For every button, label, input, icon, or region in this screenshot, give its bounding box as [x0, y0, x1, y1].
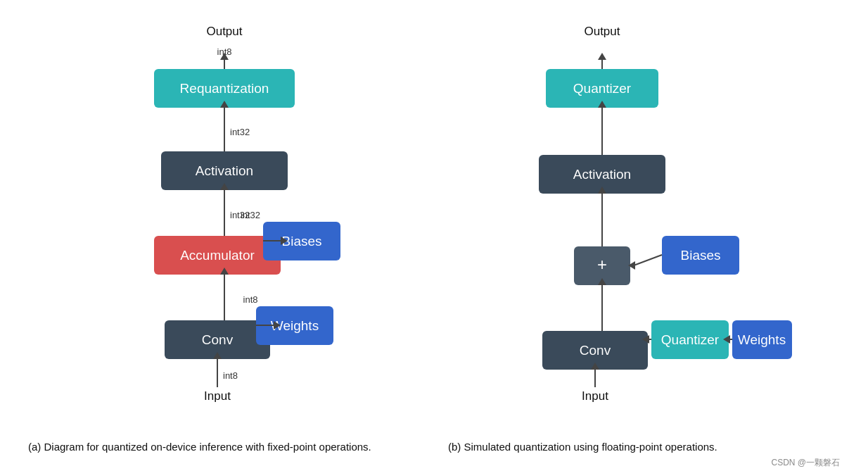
svg-text:Quantizer: Quantizer: [660, 332, 719, 347]
svg-text:Input: Input: [582, 389, 608, 403]
right-diagram: Output Quantizer Activation + Biases: [448, 14, 840, 429]
svg-text:Accumulator: Accumulator: [180, 248, 255, 263]
right-output-label: Output: [584, 25, 620, 38]
svg-text:int32: int32: [230, 127, 250, 137]
right-caption: (b) Simulated quantization using floatin…: [448, 439, 840, 456]
svg-text:Conv: Conv: [201, 332, 233, 347]
main-container: Output int8 Requantization int32 Activat…: [0, 0, 868, 437]
svg-text:Requantization: Requantization: [179, 81, 269, 96]
watermark: CSDN @一颗磐石: [448, 457, 840, 469]
svg-text:Activation: Activation: [573, 167, 630, 182]
svg-text:int8: int8: [243, 294, 257, 305]
svg-text:Biases: Biases: [281, 234, 321, 249]
svg-text:Quantizer: Quantizer: [573, 81, 631, 96]
svg-text:Weights: Weights: [737, 332, 785, 347]
left-output-label: Output: [206, 25, 242, 38]
svg-text:Biases: Biases: [680, 248, 720, 263]
right-caption-text: (b) Simulated quantization using floatin…: [448, 441, 717, 453]
caption-area: (a) Diagram for quantized on-device infe…: [0, 439, 868, 469]
left-caption-text: (a) Diagram for quantized on-device infe…: [28, 441, 371, 453]
svg-text:int32: int32: [240, 210, 260, 220]
svg-text:Activation: Activation: [195, 163, 253, 178]
svg-text:+: +: [596, 255, 606, 274]
left-diagram: Output int8 Requantization int32 Activat…: [28, 14, 420, 429]
svg-text:Input: Input: [204, 389, 231, 403]
svg-marker-34: [598, 53, 606, 60]
svg-text:Conv: Conv: [579, 343, 611, 358]
watermark-text: CSDN @一颗磐石: [771, 458, 840, 467]
svg-text:int8: int8: [223, 370, 238, 381]
left-caption: (a) Diagram for quantized on-device infe…: [28, 439, 420, 469]
svg-line-47: [634, 255, 662, 265]
